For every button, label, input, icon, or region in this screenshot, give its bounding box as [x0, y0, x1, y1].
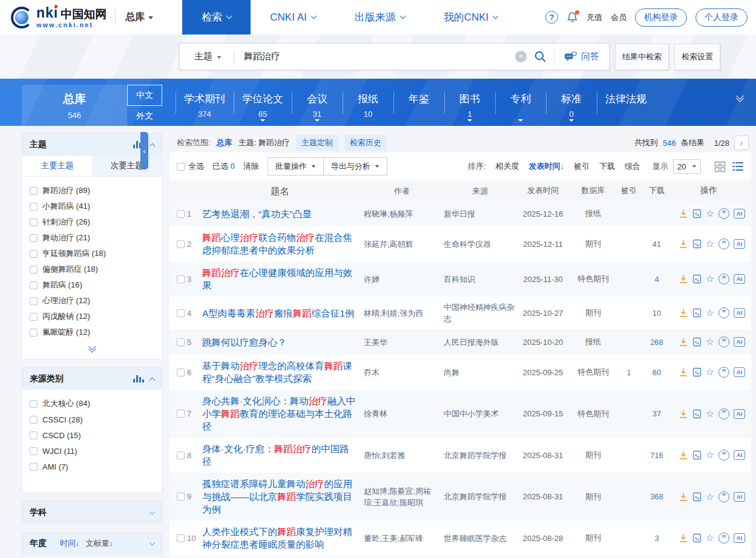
- authors-cell[interactable]: 赵知博;陈綦宣;周祐瑄;王嘉欣;陈昭琪: [364, 485, 444, 508]
- grid-view-icon[interactable]: [714, 161, 726, 172]
- read-online-icon[interactable]: [692, 209, 702, 218]
- nav-publish-sources[interactable]: 出版来源: [335, 0, 424, 34]
- next-page-button[interactable]: ›: [734, 136, 749, 150]
- ai-assistant-icon[interactable]: AI: [734, 308, 745, 318]
- expand-panel-icon[interactable]: [150, 539, 156, 545]
- download-icon[interactable]: [679, 337, 688, 347]
- checkbox[interactable]: [30, 234, 38, 242]
- checkbox[interactable]: [30, 313, 38, 321]
- read-online-icon[interactable]: [692, 450, 702, 460]
- authors-cell[interactable]: 程晓琳;杨频萍: [364, 208, 444, 220]
- expand-panel-icon[interactable]: [150, 508, 156, 514]
- result-title-link[interactable]: 基于舞动治疗理念的高校体育舞蹈课程“身心融合”教学模式探索: [202, 359, 364, 385]
- cite-quote-icon[interactable]: ”: [718, 533, 729, 543]
- favorite-star-icon[interactable]: ☆: [706, 367, 714, 377]
- row-checkbox[interactable]: [177, 493, 185, 501]
- download-icon[interactable]: [679, 308, 688, 318]
- ai-assistant-icon[interactable]: AI: [734, 274, 745, 284]
- tab-primary-topic[interactable]: 主要主题: [22, 156, 92, 176]
- checkbox[interactable]: [30, 447, 38, 455]
- year-sort-time[interactable]: 时间↓: [60, 538, 80, 549]
- cite-quote-icon[interactable]: ”: [718, 336, 729, 347]
- read-online-icon[interactable]: [692, 239, 702, 249]
- topic-filter-option[interactable]: 亨廷顿舞蹈病 (18): [30, 246, 154, 261]
- expand-tabs-icon[interactable]: [737, 96, 743, 126]
- member-link[interactable]: 会员: [611, 12, 626, 23]
- source-filter-option[interactable]: WJCI (11): [30, 443, 154, 459]
- recharge-link[interactable]: 充值: [587, 12, 602, 23]
- search-input[interactable]: [234, 51, 515, 62]
- page-size-select[interactable]: 20: [673, 159, 701, 174]
- source-cell[interactable]: 人民日报海外版: [444, 336, 516, 348]
- search-field-selector[interactable]: 主题: [180, 51, 234, 62]
- download-icon[interactable]: [679, 209, 688, 218]
- triangle-down-icon[interactable]: [467, 119, 472, 124]
- tab-secondary-topic[interactable]: 次要主题: [92, 156, 162, 176]
- authors-cell[interactable]: 张延芹;高朝辉: [364, 238, 444, 250]
- read-online-icon[interactable]: [692, 409, 702, 419]
- topic-filter-option[interactable]: 偏侧舞蹈症 (18): [30, 261, 154, 277]
- result-title-link[interactable]: 艺考热退潮，“真功夫”凸显: [202, 208, 364, 220]
- triangle-down-icon[interactable]: [315, 119, 320, 124]
- nav-cnki-ai[interactable]: CNKI AI: [251, 0, 335, 34]
- db-tab[interactable]: 专利: [495, 79, 546, 126]
- qa-button[interactable]: 问答: [554, 48, 609, 65]
- zongku-dropdown[interactable]: 总库: [125, 11, 153, 24]
- read-online-icon[interactable]: [692, 367, 702, 377]
- ai-assistant-icon[interactable]: AI: [734, 492, 745, 502]
- source-cell[interactable]: 北京舞蹈学院学报: [444, 491, 516, 502]
- source-panel-header[interactable]: 来源类别: [22, 368, 162, 390]
- favorite-star-icon[interactable]: ☆: [706, 239, 714, 249]
- tab-chinese[interactable]: 中文: [127, 85, 162, 106]
- result-title-link[interactable]: 跳舞何以疗愈身心？: [202, 336, 364, 349]
- triangle-down-icon[interactable]: [260, 119, 265, 124]
- db-tab[interactable]: 会议31: [292, 79, 343, 126]
- notification-bell-icon[interactable]: [567, 11, 578, 23]
- search-settings-button[interactable]: 检索设置: [674, 44, 720, 70]
- source-cell[interactable]: 世界睡眠医学杂志: [444, 533, 516, 544]
- expand-topics-icon[interactable]: [22, 343, 162, 359]
- topic-filter-option[interactable]: 针刺治疗 (26): [30, 214, 154, 230]
- sort-option[interactable]: 相关度: [496, 161, 519, 172]
- checkbox[interactable]: [30, 281, 38, 289]
- personal-login-button[interactable]: 个人登录: [695, 8, 748, 27]
- checkbox[interactable]: [30, 400, 38, 408]
- sort-option[interactable]: 被引: [574, 161, 590, 172]
- clear-selection-button[interactable]: 清除: [243, 161, 259, 172]
- ai-assistant-icon[interactable]: AI: [734, 209, 745, 218]
- tab-zongku[interactable]: 总库 546: [22, 85, 127, 126]
- checkbox[interactable]: [30, 203, 38, 211]
- result-title-link[interactable]: 人类作业模式下的舞蹈康复护理对精神分裂症患者睡眠质量的影响: [202, 525, 364, 551]
- cite-quote-icon[interactable]: ”: [718, 367, 729, 378]
- topic-filter-option[interactable]: 舞动治疗 (21): [30, 230, 154, 246]
- authors-cell[interactable]: 王美华: [364, 336, 444, 348]
- db-tab[interactable]: 报纸10: [343, 79, 393, 126]
- select-all-label[interactable]: 全选: [188, 161, 204, 172]
- tab-foreign[interactable]: 外文: [127, 106, 162, 126]
- result-title-link[interactable]: 舞蹈心理治疗联合药物治疗在混合焦虑抑郁症患者中的效果分析: [202, 231, 364, 257]
- db-tab[interactable]: 法律法规: [597, 79, 655, 126]
- result-title-link[interactable]: 身心共舞·文化润心：舞动治疗融入中小学舞蹈教育的理论基础与本土化路径: [202, 395, 364, 433]
- cite-quote-icon[interactable]: ”: [718, 450, 729, 461]
- row-checkbox[interactable]: [177, 410, 185, 418]
- authors-cell[interactable]: 唐怡;刘若雅: [364, 450, 444, 461]
- sort-option[interactable]: 综合: [625, 161, 640, 172]
- checkbox[interactable]: [30, 463, 38, 471]
- year-sort-count[interactable]: 文献量↓: [86, 538, 114, 549]
- nav-my-cnki[interactable]: 我的CNKI: [424, 0, 518, 34]
- favorite-star-icon[interactable]: ☆: [706, 409, 714, 419]
- row-checkbox[interactable]: [177, 210, 185, 218]
- row-checkbox[interactable]: [177, 369, 185, 376]
- source-cell[interactable]: 北京舞蹈学院学报: [444, 450, 516, 461]
- org-login-button[interactable]: 机构登录: [635, 8, 687, 27]
- read-online-icon[interactable]: [692, 337, 702, 347]
- favorite-star-icon[interactable]: ☆: [706, 533, 714, 543]
- authors-cell[interactable]: 徐青林: [364, 408, 444, 419]
- result-title-link[interactable]: A型肉毒毒素治疗瘢痕舞蹈综合征1例: [202, 307, 364, 320]
- topic-customize-chip[interactable]: 主题定制: [296, 135, 338, 151]
- download-icon[interactable]: [679, 533, 688, 543]
- scope-value[interactable]: 总库: [217, 137, 232, 148]
- batch-actions-button[interactable]: 批量操作: [268, 157, 324, 176]
- help-icon[interactable]: ?: [545, 11, 558, 24]
- read-online-icon[interactable]: [692, 533, 702, 543]
